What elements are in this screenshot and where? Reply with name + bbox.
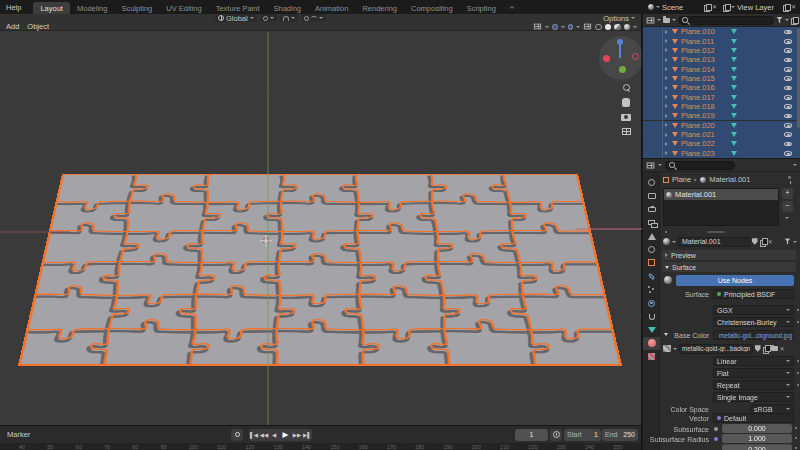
eye-icon[interactable] xyxy=(784,123,792,128)
expand-icon[interactable] xyxy=(665,39,668,43)
workspace-tab-scripting[interactable]: Scripting xyxy=(460,2,503,14)
object-name[interactable]: Plane.021 xyxy=(681,130,731,139)
object-name[interactable]: Plane.022 xyxy=(681,139,731,148)
object-name[interactable]: Plane.017 xyxy=(681,93,731,102)
jump-to-start-button[interactable]: ▌◀ xyxy=(249,429,259,441)
eye-icon[interactable] xyxy=(784,151,792,156)
gizmos-icon[interactable] xyxy=(552,24,558,30)
pivot-point[interactable] xyxy=(260,14,278,22)
expand-icon[interactable] xyxy=(665,95,668,99)
viewport-canvas[interactable] xyxy=(0,32,642,425)
surface-panel-header[interactable]: Surface xyxy=(662,262,796,272)
open-image-icon[interactable] xyxy=(771,346,778,351)
remove-slot-button[interactable]: − xyxy=(782,201,793,212)
move-view-icon[interactable] xyxy=(618,95,634,109)
use-nodes-button[interactable]: Use Nodes xyxy=(676,275,794,286)
object-name[interactable]: Plane.011 xyxy=(681,37,731,46)
gizmo-x-neg-axis[interactable] xyxy=(632,53,639,60)
new-material-icon[interactable] xyxy=(760,238,766,245)
view-layer-selector[interactable]: View Layer ✕ xyxy=(721,2,798,12)
properties-tab-scene[interactable] xyxy=(643,230,660,243)
shading-rendered-icon[interactable] xyxy=(624,24,631,31)
workspace-tab-layout[interactable]: Layout xyxy=(33,2,70,14)
expand-icon[interactable] xyxy=(665,151,668,155)
transform-orientation[interactable]: Global xyxy=(215,14,257,22)
next-keyframe-button[interactable]: ▶▶ xyxy=(292,429,302,441)
material-slot-row[interactable]: Material.001 xyxy=(664,189,778,200)
outliner-row[interactable]: Plane.016 xyxy=(643,83,800,92)
preview-panel-header[interactable]: Preview xyxy=(662,250,796,260)
outliner-scrollbar[interactable] xyxy=(797,28,800,128)
subsurface-slider[interactable]: 0.000 xyxy=(722,424,792,433)
outliner-row[interactable]: Plane.018 xyxy=(643,102,800,111)
radius-slider-y[interactable]: 0.200 xyxy=(722,444,792,450)
projection-dropdown[interactable]: Flat xyxy=(713,368,794,378)
close-icon[interactable]: ✕ xyxy=(791,4,796,10)
outliner-row[interactable]: Plane.017 xyxy=(643,92,800,101)
breadcrumb-material[interactable]: Material.001 xyxy=(709,175,750,184)
eye-icon[interactable] xyxy=(784,39,792,44)
outliner-row[interactable]: Plane.022 xyxy=(643,139,800,148)
source-dropdown[interactable]: Single Image xyxy=(713,392,794,402)
image-name-field[interactable]: metallic-gold-gr...background.jpg xyxy=(679,344,753,354)
shading-material-icon[interactable] xyxy=(614,24,621,31)
new-scene-icon[interactable] xyxy=(704,4,710,11)
surface-value-field[interactable]: Principled BSDF xyxy=(713,289,794,299)
new-collection-icon[interactable] xyxy=(791,17,797,24)
object-name[interactable]: Plane.010 xyxy=(681,27,731,36)
gizmo-z-axis[interactable] xyxy=(617,39,623,45)
play-button[interactable]: ▶ xyxy=(279,429,292,441)
slot-specials-icon[interactable] xyxy=(785,217,789,219)
outliner-row[interactable]: Plane.013 xyxy=(643,55,800,64)
workspace-tab-texture-paint[interactable]: Texture Paint xyxy=(209,2,267,14)
expand-icon[interactable] xyxy=(665,123,668,127)
outliner-row[interactable]: Plane.015 xyxy=(643,74,800,83)
expand-icon[interactable] xyxy=(665,104,668,108)
shading-wireframe-icon[interactable] xyxy=(595,24,602,31)
vector-field[interactable]: Default xyxy=(713,413,794,423)
menu-help[interactable]: Help xyxy=(0,3,27,12)
object-name[interactable]: Plane.023 xyxy=(681,149,731,158)
timeline-ruler[interactable]: 4050607080901001101201301401501601701801… xyxy=(0,443,641,450)
object-name[interactable]: Plane.013 xyxy=(681,55,731,64)
eye-icon[interactable] xyxy=(784,114,792,119)
eye-icon[interactable] xyxy=(784,58,792,63)
fake-user-icon[interactable] xyxy=(752,238,758,245)
record-button[interactable] xyxy=(231,429,243,441)
properties-tab-texture[interactable] xyxy=(643,350,660,363)
collection-icon[interactable] xyxy=(663,18,670,23)
eye-icon[interactable] xyxy=(784,48,792,53)
fake-user-icon[interactable] xyxy=(755,345,761,352)
workspace-tab-uv-editing[interactable]: UV Editing xyxy=(159,2,208,14)
options-menu[interactable]: Options xyxy=(603,14,635,23)
distribution-dropdown[interactable]: GGX xyxy=(713,305,794,315)
properties-tab-tool[interactable] xyxy=(643,176,660,189)
object-name[interactable]: Plane.014 xyxy=(681,65,731,74)
outliner-search[interactable] xyxy=(678,16,774,25)
material-icon[interactable] xyxy=(663,238,670,245)
properties-tab-physics[interactable] xyxy=(643,297,660,310)
properties-tab-particles[interactable] xyxy=(643,283,660,296)
expand-icon[interactable] xyxy=(665,133,668,137)
editor-type-icon[interactable] xyxy=(647,162,655,168)
properties-tab-constraints[interactable] xyxy=(643,310,660,323)
properties-tab-object[interactable] xyxy=(643,256,660,269)
object-name[interactable]: Plane.012 xyxy=(681,46,731,55)
properties-tab-data[interactable] xyxy=(643,323,660,336)
outliner-row[interactable]: Plane.019 xyxy=(643,111,800,120)
properties-tab-world[interactable] xyxy=(643,243,660,256)
eye-icon[interactable] xyxy=(784,67,792,72)
object-name[interactable]: Plane.020 xyxy=(681,121,731,130)
end-frame-field[interactable]: End250 xyxy=(602,429,638,441)
perspective-icon[interactable] xyxy=(618,124,634,138)
base-color-value[interactable]: metallic-gol...ckground.jpg xyxy=(713,330,794,340)
workspace-tab-animation[interactable]: Animation xyxy=(308,2,355,14)
pin-icon[interactable] xyxy=(788,176,791,179)
snap-toggle[interactable] xyxy=(280,14,298,22)
scene-selector[interactable]: Scene ✕ xyxy=(646,2,719,12)
expand-icon[interactable] xyxy=(665,30,668,34)
unlink-icon[interactable]: ✕ xyxy=(780,346,785,352)
close-icon[interactable]: ✕ xyxy=(712,4,717,10)
specials-icon[interactable] xyxy=(784,238,790,244)
jump-to-end-button[interactable]: ▶▌ xyxy=(302,429,312,441)
